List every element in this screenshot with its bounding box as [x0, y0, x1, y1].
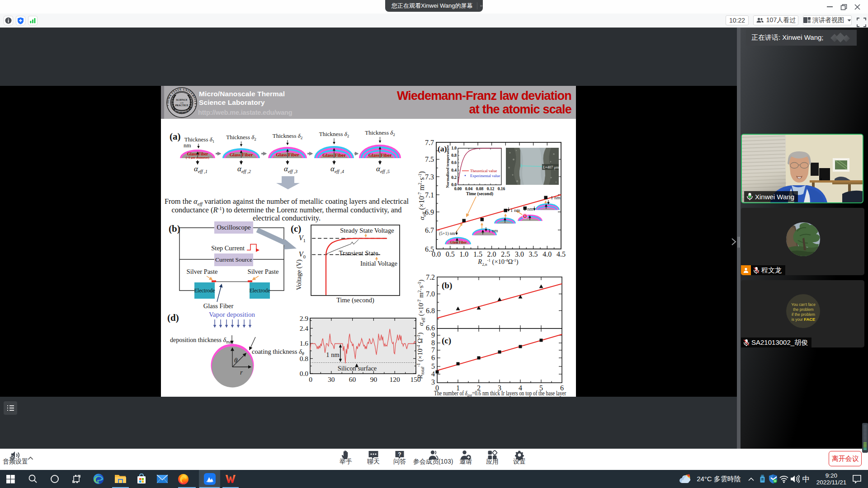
- svg-text:120: 120: [390, 375, 401, 383]
- svg-text:4: 4: [431, 370, 435, 378]
- svg-text:1 nm: 1 nm: [524, 206, 533, 211]
- svg-text:You can't face: You can't face: [791, 302, 816, 307]
- svg-text:Silver Paste: Silver Paste: [248, 268, 279, 275]
- svg-text:0.08: 0.08: [476, 187, 484, 191]
- svg-text:9: 9: [431, 331, 435, 339]
- svg-text:Silver Paste: Silver Paste: [187, 268, 218, 275]
- svg-text:7.1: 7.1: [425, 191, 434, 199]
- svg-text:1.5: 1.5: [473, 250, 482, 258]
- svg-text:4.5: 4.5: [557, 250, 566, 258]
- svg-text:Normalized temperature: Normalized temperature: [445, 145, 450, 188]
- svg-text:2.4: 2.4: [300, 324, 309, 332]
- svg-text:2.9: 2.9: [300, 314, 309, 322]
- svg-text:(c): (c): [442, 336, 451, 346]
- svg-text:θ: θ: [234, 357, 238, 364]
- svg-text:0.6: 0.6: [451, 160, 457, 165]
- svg-text:4.0: 4.0: [542, 250, 552, 258]
- svg-text:Thickness δ2: Thickness δ2: [273, 132, 303, 140]
- svg-text:0.5: 0.5: [446, 250, 455, 258]
- svg-text:3.0: 3.0: [515, 250, 524, 258]
- svg-text:Silicon surface: Silicon surface: [338, 365, 377, 372]
- svg-text:conductance (R-1) to determine: conductance (R-1) to determine the Loren…: [171, 206, 402, 214]
- svg-text:r: r: [240, 369, 243, 376]
- svg-text:0.2: 0.2: [451, 175, 457, 180]
- svg-text:αeff ,1: αeff ,1: [194, 164, 208, 174]
- svg-text:αeff ,3: αeff ,3: [284, 164, 297, 174]
- svg-text:2.0: 2.0: [487, 250, 496, 258]
- svg-text:αeff ,4: αeff ,4: [330, 164, 344, 174]
- svg-text:Voltage (V): Voltage (V): [295, 259, 303, 290]
- svg-text:Step Current: Step Current: [211, 244, 245, 252]
- svg-text:Time (second): Time (second): [336, 296, 374, 304]
- svg-text:Initial Voltage: Initial Voltage: [360, 260, 397, 267]
- svg-text:(c): (c): [291, 223, 301, 234]
- svg-text:Current Source: Current Source: [215, 256, 252, 263]
- svg-text:SCIENCE: SCIENCE: [176, 99, 188, 101]
- svg-text:3: 3: [431, 378, 435, 386]
- svg-text:Time (second): Time (second): [466, 191, 493, 197]
- svg-text:0.0: 0.0: [432, 250, 441, 258]
- svg-text:the problem: the problem: [793, 307, 813, 312]
- svg-text:(a): (a): [170, 131, 181, 142]
- svg-text:Thickness δ2: Thickness δ2: [365, 129, 395, 137]
- svg-text:Transient State: Transient State: [339, 249, 378, 257]
- svg-text:0: 0: [309, 375, 312, 383]
- svg-text:7.7: 7.7: [425, 139, 434, 146]
- svg-text:1 nm: 1 nm: [551, 195, 560, 200]
- svg-text:7.3: 7.3: [425, 173, 434, 181]
- svg-text:Thickness δ2: Thickness δ2: [319, 131, 349, 138]
- svg-text:αeff ,5: αeff ,5: [376, 164, 390, 174]
- svg-text:coating thickness δθ: coating thickness δθ: [252, 348, 304, 356]
- svg-text:0.0: 0.0: [300, 370, 309, 377]
- svg-text:Vapor deposition: Vapor deposition: [209, 311, 255, 318]
- svg-text:0.00: 0.00: [454, 187, 462, 191]
- svg-text:7: 7: [431, 346, 435, 354]
- svg-text:(d): (d): [167, 312, 179, 323]
- svg-text:6.6: 6.6: [426, 324, 435, 332]
- svg-text:Thickness δ2: Thickness δ2: [226, 134, 256, 141]
- svg-text:Glass Fiber: Glass Fiber: [203, 302, 234, 310]
- svg-text:3.5: 3.5: [529, 250, 538, 258]
- svg-text:deposition thickness δmax: deposition thickness δmax: [170, 337, 234, 344]
- svg-text:is your FACE: is your FACE: [792, 317, 816, 322]
- svg-text:R2,n-1 (×10-4Ω-1): R2,n-1 (×10-4Ω-1): [477, 258, 519, 267]
- svg-text:6.8: 6.8: [426, 307, 435, 314]
- svg-text:(b): (b): [442, 281, 452, 291]
- svg-text:30: 30: [328, 375, 335, 383]
- svg-text:0.8: 0.8: [451, 153, 457, 158]
- svg-text:?: ?: [398, 451, 401, 458]
- svg-text:1 nm: 1 nm: [326, 351, 340, 358]
- svg-text:0.8: 0.8: [300, 355, 309, 362]
- svg-text:0.04: 0.04: [465, 187, 473, 191]
- svg-text:5: 5: [431, 362, 435, 370]
- svg-text:V1: V1: [299, 234, 306, 243]
- svg-text:1.6: 1.6: [300, 339, 309, 347]
- svg-text:1 nm: 1 nm: [488, 228, 498, 233]
- svg-text:nm: nm: [184, 142, 191, 149]
- svg-text:6: 6: [431, 354, 435, 361]
- svg-text:PRACTICE: PRACTICE: [175, 104, 188, 107]
- svg-text:(b): (b): [169, 223, 180, 234]
- svg-text:Electrode: Electrode: [250, 287, 270, 294]
- svg-text:Glass Fiber: Glass Fiber: [450, 240, 467, 244]
- svg-text:Theoretical value: Theoretical value: [470, 169, 497, 173]
- svg-text:Rtotal-1 (×10-4 Ω-1): Rtotal-1 (×10-4 Ω-1): [416, 333, 425, 379]
- svg-text:if the problem: if the problem: [792, 312, 815, 317]
- svg-text:0.4: 0.4: [451, 168, 457, 173]
- svg-text:From the αeff variation agains: From the αeff variation against the numb…: [165, 197, 409, 206]
- svg-text:Experimental value: Experimental value: [470, 174, 500, 178]
- svg-text:1 nm: 1 nm: [510, 208, 520, 213]
- svg-text:L=407 μm: L=407 μm: [542, 165, 559, 169]
- svg-text:Electrode: Electrode: [194, 287, 215, 294]
- svg-text:7.2: 7.2: [426, 273, 435, 281]
- svg-text:The number of δave=0.6 nm thic: The number of δave=0.6 nm thick Ir layer…: [434, 389, 566, 397]
- svg-text:0.16: 0.16: [498, 187, 505, 191]
- svg-text:2.5: 2.5: [501, 250, 510, 258]
- svg-text:electrical conductivity.: electrical conductivity.: [253, 214, 321, 222]
- svg-text:Steady State Voltage: Steady State Voltage: [340, 227, 394, 234]
- svg-text:V0: V0: [299, 250, 306, 259]
- svg-text:0.12: 0.12: [487, 187, 495, 191]
- svg-text:1.0: 1.0: [459, 250, 468, 258]
- svg-text:1.0: 1.0: [451, 146, 457, 150]
- svg-text:7.5: 7.5: [425, 155, 434, 163]
